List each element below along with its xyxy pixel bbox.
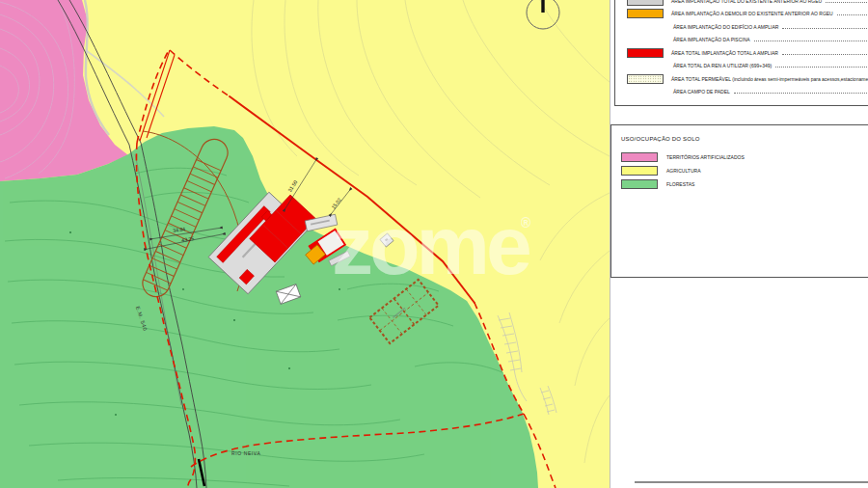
legend-row: ÁREA IMPLANTAÇÃO TOTAL DO EXISTENTE ANTE… xyxy=(615,0,868,8)
legend-row: AGRICULTURA xyxy=(621,164,745,177)
legend-row: ÁREA IMPLANTAÇÃO DA PISCINA xyxy=(615,34,868,47)
swatch-ampliar-red xyxy=(627,48,664,58)
river-label: RIO NEIVA xyxy=(231,450,260,456)
legend-implantation-areas: ÁREA IMPLANTAÇÃO TOTAL DO EXISTENTE ANTE… xyxy=(614,0,868,106)
legend-label: ÁREA IMPLANTAÇÃO A DEMOLIR DO EXISTENTE … xyxy=(671,11,833,16)
dotted-leader xyxy=(826,0,868,3)
watermark-text: zome xyxy=(332,199,529,291)
title-block-top-rule xyxy=(635,481,868,483)
legend-soil-title: USO/OCUPAÇÃO DO SOLO xyxy=(621,136,700,142)
legend-label: ÁREA TOTAL DA REN A UTILIZAR (699+349) xyxy=(673,63,772,68)
swatch-spacer xyxy=(627,87,665,96)
legend-row: ÁREA TOTAL DA REN A UTILIZAR (699+349) xyxy=(615,60,868,73)
legend-row: ÁREA TOTAL PERMEÁVEL (incluindo áreas se… xyxy=(615,72,868,86)
watermark-registered-mark: ® xyxy=(521,215,531,230)
dotted-leader xyxy=(782,22,868,29)
legend-label: FLORESTAS xyxy=(666,181,694,187)
legend-label: ÁREA IMPLANTAÇÃO DA PISCINA xyxy=(673,37,750,42)
dotted-leader xyxy=(837,9,868,15)
legend-row: ÁREA IMPLANTAÇÃO DO EDIFÍCIO A AMPLIAR xyxy=(615,20,868,34)
legend-label: ÁREA CAMPO DE PADEL xyxy=(673,89,730,95)
dotted-leader xyxy=(754,35,868,41)
legend-label: TERRITÓRIOS ARTIFICIALIZADOS xyxy=(666,154,745,160)
legend-soil-use: USO/OCUPAÇÃO DO SOLO TERRITÓRIOS ARTIFIC… xyxy=(610,124,868,278)
legend-row: FLORESTAS xyxy=(621,177,745,191)
legend-row: ÁREA CAMPO DE PADEL xyxy=(615,86,868,99)
dotted-leader xyxy=(775,61,868,68)
legend-soil-items: TERRITÓRIOS ARTIFICIALIZADOS AGRICULTURA… xyxy=(621,150,745,191)
site-plan-drawing: zome ® 34.84 43.25 31.50 15.02 E.M. 540 … xyxy=(0,0,610,488)
swatch-demolir-orange xyxy=(627,9,664,18)
legend-row: ÁREA IMPLANTAÇÃO A DEMOLIR DO EXISTENTE … xyxy=(615,8,868,21)
legend-row: TERRITÓRIOS ARTIFICIALIZADOS xyxy=(621,150,745,164)
legend-label: ÁREA TOTAL IMPLANTAÇÃO TOTAL A AMPLIAR xyxy=(671,50,778,56)
swatch-agricultura-yellow xyxy=(621,166,658,176)
site-plan-canvas: zome ® 34.84 43.25 31.50 15.02 E.M. 540 … xyxy=(0,0,610,488)
swatch-spacer xyxy=(627,35,665,44)
swatch-existente-gray xyxy=(627,0,664,6)
legend-label: ÁREA TOTAL PERMEÁVEL (incluindo áreas se… xyxy=(671,76,868,82)
dotted-leader xyxy=(734,87,868,94)
swatch-florestas-green xyxy=(621,179,658,189)
swatch-spacer xyxy=(627,61,665,70)
swatch-permeavel-dotted xyxy=(627,74,664,84)
swatch-territorios-pink xyxy=(621,152,658,162)
watermark: zome ® xyxy=(332,199,531,291)
legend-label: ÁREA IMPLANTAÇÃO DO EDIFÍCIO A AMPLIAR xyxy=(673,24,778,30)
dotted-leader xyxy=(782,48,868,55)
legend-label: ÁREA IMPLANTAÇÃO TOTAL DO EXISTENTE ANTE… xyxy=(671,0,822,4)
legend-label: AGRICULTURA xyxy=(666,168,700,174)
swatch-spacer xyxy=(627,22,665,32)
legend-row: ÁREA TOTAL IMPLANTAÇÃO TOTAL A AMPLIAR xyxy=(615,46,868,60)
